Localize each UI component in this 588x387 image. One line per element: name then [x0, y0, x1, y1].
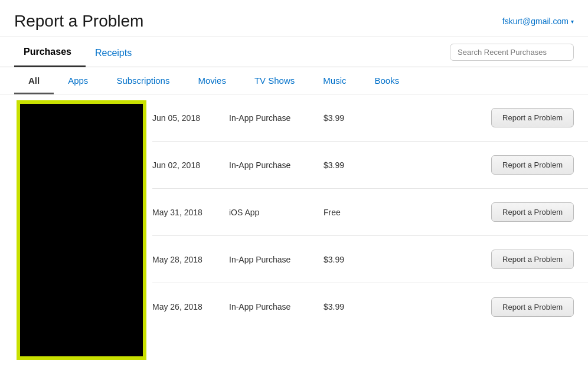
page-title: Report a Problem	[14, 12, 143, 31]
purchase-date: May 26, 2018	[152, 302, 229, 311]
purchase-price: $3.99	[324, 113, 371, 123]
purchase-price: $3.99	[324, 255, 371, 264]
purchases-list: Jun 05, 2018 In-App Purchase $3.99 Repor…	[152, 94, 588, 360]
purchase-action: Report a Problem	[371, 202, 574, 222]
chevron-down-icon: ▾	[571, 18, 574, 25]
sub-tab-all[interactable]: All	[14, 67, 54, 94]
purchase-action: Report a Problem	[371, 250, 574, 269]
sub-tab-books[interactable]: Books	[360, 67, 413, 94]
table-row: May 28, 2018 In-App Purchase $3.99 Repor…	[152, 236, 588, 283]
purchase-date: May 28, 2018	[152, 255, 229, 264]
sub-tab-apps[interactable]: Apps	[54, 67, 102, 94]
purchase-type: In-App Purchase	[229, 113, 324, 123]
app-thumbnail	[17, 100, 146, 360]
purchase-type: In-App Purchase	[229, 255, 324, 264]
purchase-type: In-App Purchase	[229, 160, 324, 170]
tab-receipts[interactable]: Receipts	[86, 38, 146, 67]
purchase-action: Report a Problem	[371, 108, 574, 127]
sub-tab-subscriptions[interactable]: Subscriptions	[102, 67, 184, 94]
header: Report a Problem fskurt@gmail.com ▾	[0, 0, 588, 37]
purchase-type: iOS App	[229, 208, 324, 217]
purchase-price: $3.99	[324, 160, 371, 170]
table-row: May 31, 2018 iOS App Free Report a Probl…	[152, 189, 588, 236]
report-problem-button[interactable]: Report a Problem	[491, 202, 574, 222]
table-row: May 26, 2018 In-App Purchase $3.99 Repor…	[152, 283, 588, 330]
purchase-action: Report a Problem	[371, 297, 574, 317]
main-tabs-row: Purchases Receipts	[0, 37, 588, 67]
user-email: fskurt@gmail.com	[502, 17, 569, 26]
search-input[interactable]	[450, 44, 574, 61]
sub-tab-movies[interactable]: Movies	[184, 67, 240, 94]
purchase-action: Report a Problem	[371, 155, 574, 175]
report-problem-button[interactable]: Report a Problem	[491, 250, 574, 269]
search-container	[450, 37, 574, 67]
table-row: Jun 05, 2018 In-App Purchase $3.99 Repor…	[152, 94, 588, 142]
purchase-date: May 31, 2018	[152, 208, 229, 217]
main-tabs: Purchases Receipts	[14, 37, 450, 67]
user-menu[interactable]: fskurt@gmail.com ▾	[502, 17, 574, 26]
purchase-price: $3.99	[324, 302, 371, 311]
report-problem-button[interactable]: Report a Problem	[491, 108, 574, 127]
tab-purchases[interactable]: Purchases	[14, 37, 86, 67]
purchase-type: In-App Purchase	[229, 302, 324, 311]
thumbnail-panel	[0, 94, 152, 360]
sub-tab-music[interactable]: Music	[309, 67, 360, 94]
purchase-date: Jun 02, 2018	[152, 160, 229, 170]
report-problem-button[interactable]: Report a Problem	[491, 297, 574, 317]
purchase-price: Free	[324, 208, 371, 217]
report-problem-button[interactable]: Report a Problem	[491, 155, 574, 175]
sub-tabs-row: All Apps Subscriptions Movies TV Shows M…	[0, 67, 588, 94]
content-area: Jun 05, 2018 In-App Purchase $3.99 Repor…	[0, 94, 588, 360]
sub-tab-tv-shows[interactable]: TV Shows	[240, 67, 309, 94]
purchase-date: Jun 05, 2018	[152, 113, 229, 123]
table-row: Jun 02, 2018 In-App Purchase $3.99 Repor…	[152, 142, 588, 189]
